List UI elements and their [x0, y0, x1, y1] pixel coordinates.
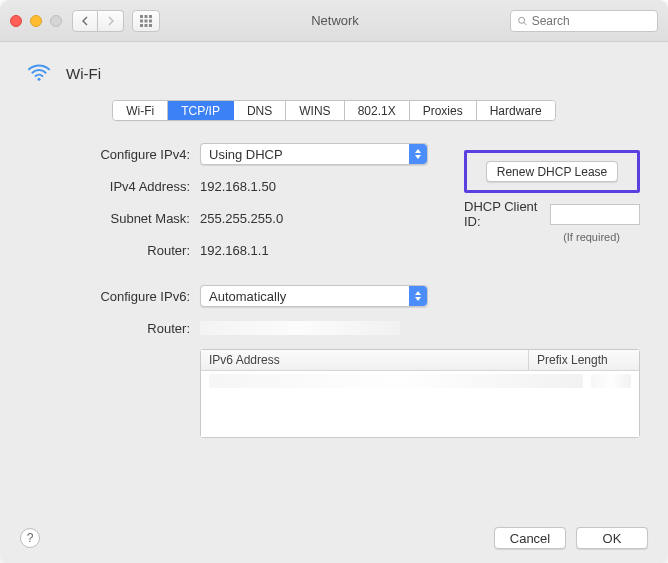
label-ipv4-address: IPv4 Address: — [64, 179, 200, 194]
forward-button[interactable] — [98, 10, 124, 32]
search-field-wrap[interactable] — [510, 10, 658, 32]
renew-highlight-box: Renew DHCP Lease — [464, 150, 640, 193]
zoom-window — [50, 15, 62, 27]
if-required-hint: (If required) — [464, 231, 640, 243]
router6-value-redacted — [200, 321, 400, 335]
subnet-mask-value: 255.255.255.0 — [200, 211, 283, 226]
titlebar: Network — [0, 0, 668, 42]
router-value: 192.168.1.1 — [200, 243, 269, 258]
back-button[interactable] — [72, 10, 98, 32]
minimize-window[interactable] — [30, 15, 42, 27]
renew-dhcp-lease-button[interactable]: Renew DHCP Lease — [486, 161, 619, 182]
tab-wifi[interactable]: Wi-Fi — [113, 101, 168, 120]
svg-rect-0 — [140, 15, 143, 18]
svg-rect-7 — [145, 24, 148, 27]
dhcp-client-id-input[interactable] — [550, 204, 640, 225]
table-header: IPv6 Address Prefix Length — [201, 350, 639, 371]
search-input[interactable] — [532, 14, 651, 28]
cancel-button[interactable]: Cancel — [494, 527, 566, 549]
page-header: Wi-Fi — [24, 56, 644, 90]
svg-rect-1 — [145, 15, 148, 18]
tabs-container: Wi-FiTCP/IPDNSWINS802.1XProxiesHardware — [24, 100, 644, 121]
configure-ipv4-value: Using DHCP — [209, 147, 283, 162]
label-configure-ipv4: Configure IPv4: — [64, 147, 200, 162]
tab-proxies[interactable]: Proxies — [410, 101, 477, 120]
content-area: Wi-Fi Wi-FiTCP/IPDNSWINS802.1XProxiesHar… — [0, 42, 668, 456]
tabbar: Wi-FiTCP/IPDNSWINS802.1XProxiesHardware — [112, 100, 555, 121]
prefix-length-redacted — [591, 374, 631, 388]
svg-rect-6 — [140, 24, 143, 27]
tab-tcpip[interactable]: TCP/IP — [168, 101, 234, 120]
label-configure-ipv6: Configure IPv6: — [64, 289, 200, 304]
svg-rect-3 — [140, 19, 143, 22]
window-controls — [10, 15, 62, 27]
search-icon — [517, 15, 528, 27]
configure-ipv6-value: Automatically — [209, 289, 286, 304]
tab-8021x[interactable]: 802.1X — [345, 101, 410, 120]
table-body[interactable] — [201, 371, 639, 437]
tab-wins[interactable]: WINS — [286, 101, 344, 120]
table-row[interactable] — [201, 371, 639, 391]
svg-rect-2 — [149, 15, 152, 18]
nav-buttons — [72, 10, 124, 32]
svg-point-9 — [519, 17, 525, 23]
wifi-icon — [24, 56, 54, 90]
ipv4-address-value: 192.168.1.50 — [200, 179, 276, 194]
network-prefs-window: Network Wi-Fi Wi-FiTCP/IPDNSWINS802.1XPr… — [0, 0, 668, 563]
configure-ipv6-select[interactable]: Automatically — [200, 285, 428, 307]
close-window[interactable] — [10, 15, 22, 27]
svg-point-11 — [38, 78, 41, 81]
configure-ipv4-select[interactable]: Using DHCP — [200, 143, 428, 165]
ok-button[interactable]: OK — [576, 527, 648, 549]
window-title: Network — [160, 13, 510, 28]
svg-line-10 — [524, 22, 526, 24]
show-all-button[interactable] — [132, 10, 160, 32]
help-button[interactable]: ? — [20, 528, 40, 548]
label-subnet-mask: Subnet Mask: — [64, 211, 200, 226]
tab-dns[interactable]: DNS — [234, 101, 286, 120]
chevron-updown-icon — [409, 144, 427, 164]
ipv6-table: IPv6 Address Prefix Length — [200, 349, 640, 438]
footer: ? Cancel OK — [20, 527, 648, 549]
label-router: Router: — [64, 243, 200, 258]
label-dhcp-client-id: DHCP Client ID: — [464, 199, 544, 229]
col-prefix-length[interactable]: Prefix Length — [529, 350, 639, 370]
tab-hardware[interactable]: Hardware — [477, 101, 555, 120]
label-router6: Router: — [64, 321, 200, 336]
page-title: Wi-Fi — [66, 65, 101, 82]
chevron-updown-icon — [409, 286, 427, 306]
ipv6-address-redacted — [209, 374, 583, 388]
svg-rect-8 — [149, 24, 152, 27]
svg-rect-4 — [145, 19, 148, 22]
col-ipv6-address[interactable]: IPv6 Address — [201, 350, 529, 370]
right-column: Renew DHCP Lease DHCP Client ID: (If req… — [464, 150, 640, 243]
svg-rect-5 — [149, 19, 152, 22]
